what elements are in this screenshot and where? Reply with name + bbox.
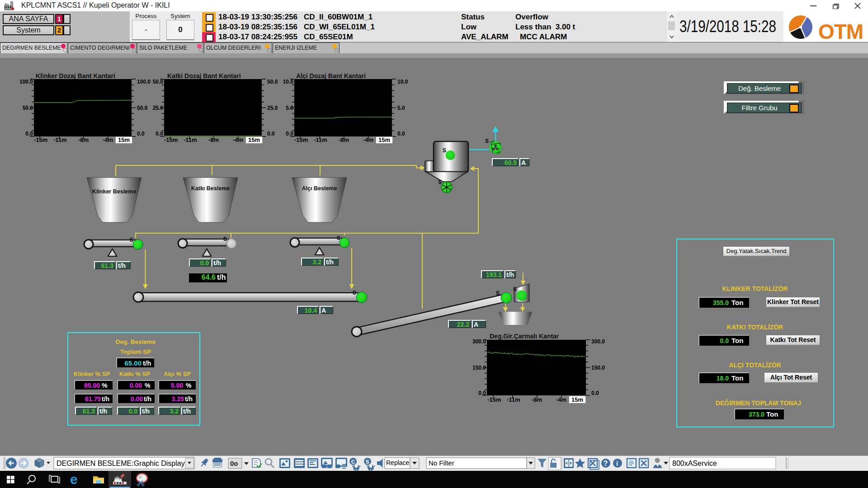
svg-text:No Filter: No Filter — [429, 459, 454, 467]
svg-text:800xAService: 800xAService — [672, 460, 717, 467]
svg-text:DEGIRMEN BESLEME:Graphic Displ: DEGIRMEN BESLEME:Graphic Display — [57, 460, 185, 467]
svg-text:?: ? — [604, 460, 608, 467]
svg-text:C: C — [351, 459, 355, 465]
svg-text:0o: 0o — [230, 460, 238, 467]
svg-text:Replace: Replace — [386, 459, 410, 466]
svg-text:i: i — [616, 460, 618, 467]
svg-text:S: S — [366, 459, 369, 465]
svg-text:e: e — [70, 472, 78, 487]
